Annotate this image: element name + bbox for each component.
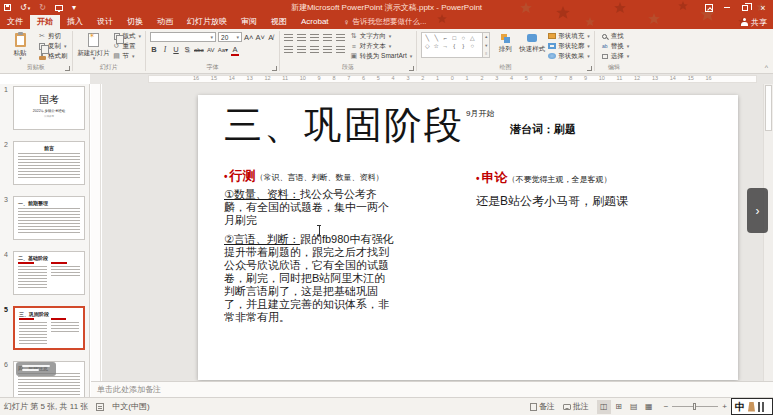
slide-editor[interactable]: 三、巩固阶段 9月开始 潜台词：刷题 •行测（常识、言语、判断、数量、资料） ①… (198, 95, 738, 380)
select-button[interactable]: 选择▾ (601, 52, 630, 60)
indent-decrease-icon[interactable] (310, 34, 319, 41)
bullets-icon[interactable] (284, 34, 293, 41)
tab-animations[interactable]: 动画 (150, 15, 180, 29)
collapse-ribbon-button[interactable]: ^ (765, 64, 768, 71)
zoom-out-button[interactable]: − (664, 402, 669, 411)
copy-button[interactable]: 复制▾ (38, 42, 68, 50)
numbering-icon[interactable] (297, 34, 306, 41)
ime-icon-2[interactable] (758, 402, 764, 412)
tab-file[interactable]: 文件 (0, 15, 30, 29)
close-button[interactable]: × (755, 1, 771, 14)
zoom-in-button[interactable]: + (722, 402, 727, 411)
new-slide-button[interactable]: 新建幻灯片▾ (77, 32, 111, 62)
expand-panel-button[interactable]: › (747, 188, 768, 233)
tab-view[interactable]: 视图 (264, 15, 294, 29)
font-size-combobox[interactable]: 20▾ (218, 32, 242, 42)
font-name-combobox[interactable]: ▾ (150, 32, 216, 42)
slide-right-column[interactable]: •申论（不要觉得主观，全是客观） 还是B站公考小马哥，刷题课 (476, 169, 721, 210)
slide-keyword-line[interactable]: 潜台词：刷题 (510, 122, 576, 137)
format-painter-button[interactable]: 格式刷 (38, 52, 68, 60)
justify-icon[interactable] (323, 46, 332, 53)
indent-increase-icon[interactable] (323, 34, 332, 41)
ime-status-overlay[interactable]: 中 (731, 398, 773, 415)
paste-button[interactable]: 粘贴▾ (4, 32, 36, 62)
scrollbar-thumb[interactable] (765, 85, 772, 131)
ribbon-display-options-button[interactable] (701, 1, 717, 14)
tab-home[interactable]: 开始 (30, 15, 60, 29)
text-direction-button[interactable]: ⇅文字方向▾ (350, 32, 412, 40)
tab-slideshow[interactable]: 幻灯片放映 (180, 15, 234, 29)
cut-button[interactable]: ✂剪切 (38, 32, 68, 40)
shapes-gallery-scroll[interactable]: ▲▼≡ (483, 32, 490, 58)
notes-pane[interactable]: 单击此处添加备注 (91, 381, 773, 397)
italic-button[interactable]: I (161, 45, 169, 54)
shape-fill-button[interactable]: 形状填充▾ (548, 32, 590, 40)
slide-sorter-view-button[interactable]: ⊞ (612, 400, 626, 414)
tell-me-box[interactable]: ♀ 告诉我您想要做什么... (336, 15, 435, 29)
font-dialog-launcher[interactable] (272, 66, 277, 71)
drawing-dialog-launcher[interactable] (587, 66, 592, 71)
quick-styles-button[interactable]: 快速样式 (518, 32, 546, 52)
slide-thumbnail-4[interactable]: 4二、基础阶段 (0, 251, 89, 295)
arrange-button[interactable]: 排列 (494, 32, 516, 52)
zoom-slider-thumb[interactable] (693, 403, 696, 410)
notes-toggle-button[interactable]: 备注 (530, 401, 555, 412)
normal-view-button[interactable]: ◫ (597, 400, 611, 414)
underline-button[interactable]: U (172, 45, 180, 54)
clipboard-dialog-launcher[interactable] (65, 66, 70, 71)
shapes-gallery[interactable]: ╲╲⌐□○△ ◇☆→{}○ ▲▼≡ (421, 32, 490, 58)
columns-icon[interactable] (336, 46, 345, 53)
slide-thumbnail-5[interactable]: 5三、巩固阶段 (0, 306, 89, 350)
align-right-icon[interactable] (310, 46, 319, 53)
layout-button[interactable]: 版式▾ (113, 32, 142, 40)
vertical-scrollbar[interactable] (763, 84, 773, 397)
section-button[interactable]: ▤节▾ (113, 52, 142, 60)
slide-thumbnail-1[interactable]: 1国考2022年乡镇公考经验仅供参考 (0, 86, 89, 130)
text-shadow-button[interactable]: S (183, 45, 191, 54)
proofing-icon[interactable] (96, 403, 104, 411)
comments-toggle-button[interactable]: 批注 (563, 401, 589, 412)
character-spacing-button[interactable]: AV (207, 47, 215, 53)
align-left-icon[interactable] (284, 46, 293, 53)
font-color-button[interactable]: A (231, 45, 239, 54)
tab-design[interactable]: 设计 (90, 15, 120, 29)
share-button[interactable]: 共享 (741, 15, 767, 29)
shape-outline-button[interactable]: 形状轮廓▾ (548, 42, 590, 50)
slide-thumbnail-3[interactable]: 3一、前期整理 (0, 196, 89, 240)
save-button[interactable] (4, 4, 11, 11)
restore-button[interactable] (737, 1, 753, 14)
line-spacing-icon[interactable] (336, 34, 345, 41)
zoom-slider[interactable] (672, 406, 718, 407)
shape-effects-button[interactable]: 形状效果▾ (548, 52, 590, 60)
clear-formatting-button[interactable]: A̸ (267, 33, 275, 42)
change-case-button[interactable]: Aa▾ (218, 46, 228, 53)
slide-thumbnail-2[interactable]: 2前言 (0, 141, 89, 185)
find-button[interactable]: 查找 (601, 32, 630, 40)
start-slideshow-button[interactable] (55, 5, 63, 11)
language-indicator[interactable]: 中文(中国) (112, 401, 149, 412)
vertical-ruler[interactable] (91, 84, 101, 392)
slide-left-column[interactable]: •行测（常识、言语、判断、数量、资料） ①数量、资料：找公众号公考齐麟，有全国的… (224, 167, 396, 324)
reading-view-button[interactable]: ▤ (627, 400, 641, 414)
tab-acrobat[interactable]: Acrobat (294, 15, 336, 29)
bold-button[interactable]: B (150, 45, 158, 54)
slide-title[interactable]: 三、巩固阶段 (224, 100, 464, 151)
customize-qat-button[interactable]: ▾ (72, 3, 76, 12)
minimize-button[interactable] (719, 1, 735, 14)
tab-transitions[interactable]: 切换 (120, 15, 150, 29)
redo-button[interactable]: ↻ (39, 3, 46, 12)
increase-font-size-button[interactable]: A˄ (244, 33, 253, 42)
tab-review[interactable]: 审阅 (234, 15, 264, 29)
align-text-button[interactable]: ≡对齐文本▾ (350, 42, 412, 50)
strikethrough-button[interactable]: abc (194, 47, 204, 53)
slide-corner-note[interactable]: 9月开始 (466, 108, 494, 119)
decrease-font-size-button[interactable]: A˅ (255, 33, 264, 42)
paragraph-dialog-launcher[interactable] (409, 66, 414, 71)
align-center-icon[interactable] (297, 46, 306, 53)
ime-icon-1[interactable] (748, 402, 755, 412)
horizontal-ruler[interactable]: 1615141312111098765432101234567891011121… (148, 75, 757, 83)
convert-smartart-button[interactable]: ▣转换为 SmartArt▾ (350, 52, 412, 60)
tab-insert[interactable]: 插入 (60, 15, 90, 29)
ime-language-mode[interactable]: 中 (735, 400, 745, 414)
undo-button[interactable]: ↺▾ (20, 3, 30, 12)
